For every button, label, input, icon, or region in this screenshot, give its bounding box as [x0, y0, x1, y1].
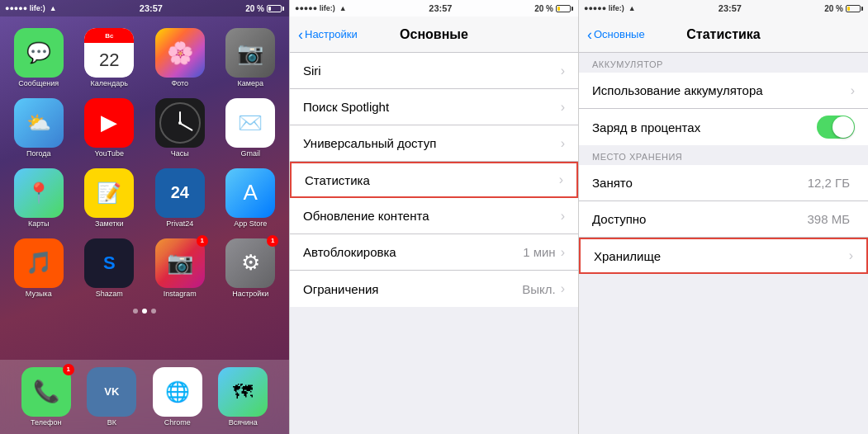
app-weather[interactable]: ⛅ Погода: [7, 98, 71, 158]
battery-pct-3: 20 %: [824, 4, 843, 13]
app-maps[interactable]: 📍 Карты: [7, 168, 71, 229]
notes-icon: 📝: [84, 168, 134, 218]
instagram-label: Instagram: [164, 290, 197, 299]
settings-row-siri[interactable]: Siri ›: [290, 53, 578, 89]
storage-label: Хранилище: [594, 249, 849, 263]
camera-icon: 📷: [225, 28, 275, 78]
phone-settings: ●●●●● life:) ▲ 23:57 20 % ‹ Настройки Ос…: [289, 0, 578, 434]
nav-back-2[interactable]: ‹ Настройки: [298, 27, 358, 42]
wifi-icon-3: ▲: [628, 4, 636, 12]
back-chevron-2: ‹: [298, 27, 303, 42]
update-chevron: ›: [561, 209, 565, 224]
battery-usage-chevron: ›: [851, 83, 855, 98]
calendar-label: Календарь: [91, 80, 128, 88]
nav-bar-2: ‹ Настройки Основные: [290, 17, 578, 53]
settings-icon: 1 ⚙: [225, 238, 275, 288]
storage-section-header: МЕСТО ХРАНЕНИЯ: [579, 145, 868, 165]
camera-label: Камера: [238, 80, 263, 88]
settings-row-update[interactable]: Обновление контента ›: [290, 198, 578, 234]
settings-row-universal[interactable]: Универсальный доступ ›: [290, 125, 578, 162]
update-label: Обновление контента: [303, 209, 561, 223]
app-privat24[interactable]: 24 Privat24: [148, 168, 212, 229]
app-shazam[interactable]: S Shazam: [78, 238, 142, 299]
status-left-2: ●●●●● life:) ▲: [295, 4, 347, 12]
vk-dock-icon: VK: [87, 367, 136, 417]
music-icon: 🎵: [14, 238, 64, 288]
photos-icon: 🌸: [155, 28, 205, 78]
status-time-3: 23:57: [719, 3, 742, 13]
dock-vk[interactable]: VK ВК: [87, 367, 136, 427]
settings-list-2: Siri › Поиск Spotlight › Универсальный д…: [290, 53, 578, 307]
battery-icon-1: [267, 5, 284, 12]
app-youtube[interactable]: ▶ YouTube: [78, 98, 142, 158]
maps-label: Карты: [28, 220, 50, 229]
messages-label: Сообщения: [18, 80, 59, 88]
wifi-icon-2: ▲: [339, 4, 347, 12]
clock-label: Часы: [171, 150, 189, 158]
instagram-badge: 1: [197, 235, 208, 247]
app-clock[interactable]: Часы: [148, 98, 212, 158]
settings-row-occupied: Занято 12,2 ГБ: [579, 165, 868, 201]
app-photos[interactable]: 🌸 Фото: [148, 28, 212, 88]
occupied-label: Занято: [592, 176, 808, 190]
page-dot-2: [142, 309, 147, 314]
status-right-3: 20 %: [824, 4, 863, 13]
app-messages[interactable]: 💬 Сообщения: [7, 28, 71, 88]
app-settings[interactable]: 1 ⚙ Настройки: [219, 238, 283, 299]
gmail-label: Gmail: [240, 150, 260, 158]
siri-label: Siri: [303, 64, 561, 78]
battery-pct-1: 20 %: [245, 4, 264, 13]
settings-row-spotlight[interactable]: Поиск Spotlight ›: [290, 89, 578, 125]
page-dots: [0, 305, 289, 317]
universal-chevron: ›: [561, 136, 565, 151]
settings-row-available: Доступно 398 МБ: [579, 201, 868, 238]
settings-row-storage[interactable]: Хранилище ›: [579, 238, 868, 274]
clock-icon: [155, 98, 205, 148]
status-right-1: 20 %: [245, 4, 284, 13]
dock-phone[interactable]: 1 📞 Телефон: [21, 367, 71, 427]
app-camera[interactable]: 📷 Камера: [219, 28, 283, 88]
weather-label: Погода: [26, 150, 51, 158]
restrictions-chevron: ›: [561, 281, 565, 296]
app-music[interactable]: 🎵 Музыка: [7, 238, 71, 299]
app-instagram[interactable]: 1 📷 Instagram: [148, 238, 212, 299]
notes-label: Заметки: [95, 220, 123, 229]
status-time-2: 23:57: [429, 3, 452, 13]
allsections-dock-icon: 🗺: [218, 367, 268, 417]
autolock-value: 1 мин: [523, 245, 556, 259]
page-dot-3: [151, 309, 156, 314]
toggle-knob: [832, 116, 854, 138]
dock-allsections[interactable]: 🗺 Всячина: [218, 367, 268, 427]
settings-label: Настройки: [232, 290, 268, 299]
phone-dock-icon: 1 📞: [21, 367, 71, 417]
settings-badge: 1: [267, 235, 278, 247]
calendar-icon: Вс 22: [84, 28, 134, 78]
settings-row-statistics[interactable]: Статистика ›: [290, 162, 578, 198]
phone-badge: 1: [63, 364, 74, 375]
dock-chrome[interactable]: 🌐 Chrome: [153, 367, 202, 427]
status-bar-2: ●●●●● life:) ▲ 23:57 20 %: [290, 0, 578, 17]
storage-settings-list: Занято 12,2 ГБ Доступно 398 МБ Хранилище…: [579, 165, 868, 274]
app-appstore[interactable]: A App Store: [219, 168, 283, 229]
available-label: Доступно: [592, 212, 807, 226]
status-time-1: 23:57: [140, 3, 163, 13]
vk-dock-label: ВК: [107, 419, 116, 427]
battery-pct-toggle[interactable]: [817, 116, 855, 139]
settings-row-battery-usage[interactable]: Использование аккумулятора ›: [579, 73, 868, 109]
spotlight-chevron: ›: [561, 100, 565, 115]
youtube-icon: ▶: [84, 98, 134, 148]
gmail-icon: ✉️: [225, 98, 275, 148]
allsections-dock-label: Всячина: [229, 419, 258, 427]
app-gmail[interactable]: ✉️ Gmail: [219, 98, 283, 158]
settings-row-battery-pct[interactable]: Заряд в процентах: [579, 109, 868, 145]
settings-row-autolock[interactable]: Автоблокировка 1 мин ›: [290, 234, 578, 271]
privat24-icon: 24: [155, 168, 205, 218]
app-calendar[interactable]: Вс 22 Календарь: [78, 28, 142, 88]
nav-back-3[interactable]: ‹ Основные: [587, 27, 645, 42]
settings-row-restrictions[interactable]: Ограничения Выкл. ›: [290, 271, 578, 307]
privat24-label: Privat24: [166, 220, 193, 229]
carrier-label-3: ●●●●● life:): [584, 4, 624, 12]
app-notes[interactable]: 📝 Заметки: [78, 168, 142, 229]
nav-bar-3: ‹ Основные Статистика: [579, 17, 868, 53]
cal-day-label: Вс: [84, 28, 134, 43]
